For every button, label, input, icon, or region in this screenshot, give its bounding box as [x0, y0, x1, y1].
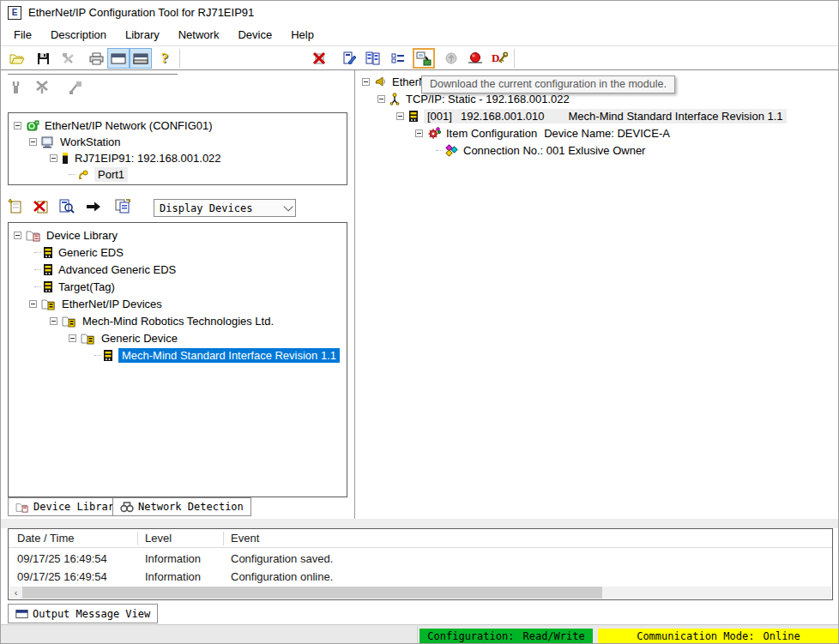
copy-device-button[interactable] [114, 198, 131, 217]
window-layout-2-button[interactable] [130, 48, 152, 69]
download-tooltip: Download the current configuration in th… [421, 75, 675, 93]
window-layout-1-button[interactable] [107, 48, 130, 69]
collapse-icon[interactable] [50, 154, 57, 162]
tree-node-target-tag[interactable]: Target(Tag) [34, 279, 115, 295]
menu-description[interactable]: Description [41, 26, 116, 44]
title-bar: E EtherNet/IP Configuration Tool for RJ7… [1, 1, 839, 24]
diagnostics-button[interactable]: D [488, 48, 510, 69]
tree-label[interactable]: Item Configuration Device Name: DEVICE-A [446, 127, 670, 140]
collapse-icon[interactable] [29, 138, 37, 146]
toolbar-separator [514, 49, 515, 68]
tree-node-connection[interactable]: Connection No.: 001 Exlusive Owner [436, 142, 645, 159]
go-online-button[interactable] [464, 48, 486, 69]
menu-help[interactable]: Help [281, 26, 323, 44]
menu-library[interactable]: Library [116, 26, 169, 44]
menu-device[interactable]: Device [228, 26, 281, 44]
collapse-icon[interactable] [14, 232, 21, 239]
delete-configuration-button[interactable] [308, 48, 330, 69]
horizontal-scrollbar[interactable]: ‹ [9, 587, 831, 599]
tree-label[interactable]: EtherNet/IP Devices [62, 298, 162, 310]
collapse-icon[interactable] [415, 129, 423, 137]
megaphone-icon [374, 76, 387, 87]
save-button[interactable] [32, 48, 54, 69]
toolbar-grip [8, 74, 178, 75]
download-button[interactable] [413, 48, 435, 69]
collapse-icon[interactable] [396, 112, 404, 120]
tree-label[interactable]: Generic Device [101, 332, 178, 345]
tree-label[interactable]: Port1 [94, 167, 128, 182]
configuration-value: Read/Write [522, 630, 584, 642]
verify-device-button[interactable] [339, 48, 361, 69]
help-button[interactable]: ? [154, 48, 176, 69]
menu-file[interactable]: File [4, 26, 41, 44]
find-device-icon [57, 198, 75, 214]
tree-node-generic-device[interactable]: Generic Device [69, 330, 178, 346]
tree-node-item-configuration[interactable]: Item Configuration Device Name: DEVICE-A [415, 125, 670, 141]
tree-node-ethernetip-devices[interactable]: EtherNet/IP Devices [29, 296, 162, 312]
upload-icon [444, 51, 459, 65]
scroll-left-arrow-icon[interactable]: ‹ [9, 587, 22, 599]
cut-tool-icon [35, 80, 51, 95]
item-list-button[interactable] [387, 48, 409, 69]
tree-guide [436, 150, 443, 151]
menu-network[interactable]: Network [169, 26, 229, 44]
collapse-icon[interactable] [377, 95, 385, 103]
device-model: Mech-Mind Standard Interface Revision 1.… [569, 110, 783, 123]
tab-device-library[interactable]: Device Library [8, 497, 128, 516]
display-filter-dropdown[interactable]: Display Devices [154, 199, 296, 217]
device-list-button[interactable] [361, 48, 383, 69]
delete-device-button[interactable] [33, 198, 50, 217]
tree-label[interactable]: Generic EDS [58, 246, 124, 259]
tree-label[interactable]: Target(Tag) [58, 280, 115, 293]
tab-network-detection[interactable]: Network Detection [112, 497, 251, 516]
tree-node-mechmind-vendor[interactable]: Mech-Mind Robotics Technologies Ltd. [50, 313, 274, 329]
collapse-icon[interactable] [50, 317, 57, 325]
tree-label-highlighted[interactable]: [001] 192.168.001.010 Mech-Mind Standard… [424, 109, 787, 123]
tree-node-device-library[interactable]: Device Library [14, 227, 118, 244]
print-button[interactable] [85, 48, 107, 69]
crimp-tool-button-disabled[interactable] [9, 80, 23, 98]
upload-button-disabled[interactable] [440, 48, 462, 69]
tools-button-disabled[interactable] [57, 48, 80, 69]
tree-node-advanced-generic-eds[interactable]: Advanced Generic EDS [34, 262, 176, 278]
tree-node-port1[interactable]: Port1 [69, 166, 128, 183]
move-device-button[interactable] [86, 201, 101, 215]
column-event[interactable]: Event [231, 532, 259, 545]
collapse-icon[interactable] [14, 122, 21, 129]
tab-output-message-view[interactable]: Output Message View [8, 604, 158, 623]
tree-label[interactable]: Advanced Generic EDS [58, 263, 176, 276]
tree-node-mechmind-interface[interactable]: Mech-Mind Standard Interface Revision 1.… [94, 347, 340, 364]
copy-device-icon [114, 198, 131, 214]
tree-label[interactable]: TCP/IP: Static - 192.168.001.022 [406, 93, 570, 105]
tree-node-workstation[interactable]: WorkStation [29, 134, 121, 150]
tree-label[interactable]: Mech-Mind Robotics Technologies Ltd. [82, 315, 274, 328]
log-level: Information [145, 570, 201, 583]
toolbar-separator [179, 49, 180, 68]
tree-node-ethernet-network[interactable]: EtherNet/IP Network (CONFIG01) [14, 117, 213, 134]
tree-label[interactable]: EtherNet/IP Network (CONFIG01) [45, 119, 213, 132]
probe-tool-button-disabled[interactable] [68, 80, 83, 98]
collapse-icon[interactable] [362, 78, 370, 86]
tree-guide [34, 286, 41, 287]
tree-node-device-001[interactable]: [001] 192.168.001.010 Mech-Mind Standard… [396, 108, 787, 124]
tree-guide [34, 252, 41, 253]
tree-label[interactable]: RJ71EIP91: 192.168.001.022 [75, 152, 221, 165]
find-device-button[interactable] [57, 198, 75, 217]
column-date-time[interactable]: Date / Time [17, 532, 74, 545]
tree-label-selected[interactable]: Mech-Mind Standard Interface Revision 1.… [118, 348, 340, 363]
collapse-icon[interactable] [29, 300, 37, 308]
column-level[interactable]: Level [145, 532, 172, 545]
open-button[interactable] [6, 48, 28, 69]
tree-label[interactable]: WorkStation [60, 135, 121, 148]
collapse-icon[interactable] [69, 334, 76, 342]
status-bar: Configuration: Read/Write Communication … [1, 624, 839, 644]
scrollbar-thumb[interactable] [22, 587, 602, 599]
configuration-label: Configuration: [427, 630, 514, 642]
add-device-button[interactable] [8, 198, 25, 217]
tree-node-generic-eds[interactable]: Generic EDS [34, 244, 124, 261]
tree-label[interactable]: Device Library [46, 229, 118, 242]
cut-tool-button-disabled[interactable] [35, 80, 51, 98]
tree-label[interactable]: Connection No.: 001 Exlusive Owner [463, 144, 645, 157]
horizontal-splitter[interactable] [1, 519, 839, 528]
tree-node-rj71eip91[interactable]: RJ71EIP91: 192.168.001.022 [50, 150, 221, 166]
